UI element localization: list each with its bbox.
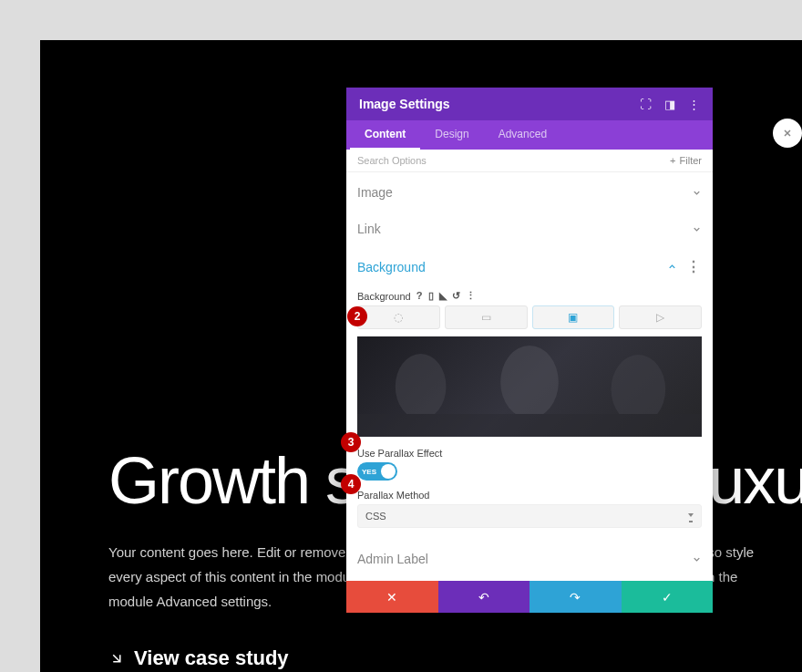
tab-design[interactable]: Design bbox=[420, 120, 483, 150]
plus-icon: + bbox=[670, 155, 675, 166]
section-title-admin: Admin Label bbox=[357, 552, 428, 566]
chevron-up-icon bbox=[667, 262, 677, 272]
background-field-label: Background ? ▯ ◣ ↺ ⋮ bbox=[357, 290, 702, 302]
close-button[interactable] bbox=[773, 119, 802, 148]
more-dots-icon[interactable]: ⋮ bbox=[466, 290, 476, 301]
parallax-toggle[interactable]: YES bbox=[357, 462, 397, 481]
preview-silhouettes bbox=[357, 336, 702, 437]
section-background[interactable]: Background ⋮ bbox=[357, 245, 702, 284]
view-case-study-link[interactable]: View case study bbox=[108, 646, 289, 672]
reset-icon[interactable]: ↺ bbox=[452, 290, 460, 301]
section-title-background: Background bbox=[357, 260, 426, 274]
tab-advanced[interactable]: Advanced bbox=[484, 120, 561, 150]
arrow-diagonal-icon bbox=[108, 650, 125, 667]
section-more-icon[interactable]: ⋮ bbox=[686, 258, 702, 275]
filter-label: Filter bbox=[680, 155, 702, 166]
svg-point-0 bbox=[396, 354, 447, 419]
header-actions: ⛶ ◨ ⋮ bbox=[640, 98, 700, 111]
parallax-method-select[interactable]: CSS bbox=[357, 504, 702, 528]
modal-title: Image Settings bbox=[359, 97, 450, 111]
search-row: Search Options + Filter bbox=[346, 150, 713, 172]
phone-icon[interactable]: ▯ bbox=[428, 290, 434, 301]
bg-type-image[interactable]: ▣ bbox=[532, 305, 615, 329]
chevron-down-icon bbox=[692, 224, 702, 234]
search-options-label[interactable]: Search Options bbox=[357, 155, 427, 166]
modal-body: Image Link Background ⋮ Background ? ▯ ◣… bbox=[346, 172, 713, 581]
background-type-tabs: ◌ ▭ ▣ ▷ bbox=[357, 305, 702, 329]
modal-tabs: Content Design Advanced bbox=[346, 120, 713, 150]
toggle-knob bbox=[381, 464, 396, 479]
save-button[interactable]: ✓ bbox=[622, 581, 714, 613]
section-title-link: Link bbox=[357, 222, 381, 236]
svg-point-2 bbox=[612, 355, 666, 424]
chevron-down-icon bbox=[692, 188, 702, 198]
svg-rect-3 bbox=[357, 414, 702, 437]
more-icon[interactable]: ⋮ bbox=[688, 98, 700, 111]
parallax-method-label: Parallax Method bbox=[357, 490, 702, 501]
callout-4: 4 bbox=[341, 474, 361, 494]
background-preview[interactable] bbox=[357, 336, 702, 437]
expand-icon[interactable]: ⛶ bbox=[640, 98, 652, 111]
section-admin-label[interactable]: Admin Label bbox=[357, 539, 702, 575]
modal-footer: ✕ ↶ ↷ ✓ bbox=[346, 581, 713, 613]
cta-label: View case study bbox=[134, 646, 289, 670]
section-image[interactable]: Image bbox=[357, 172, 702, 209]
cancel-button[interactable]: ✕ bbox=[346, 581, 438, 613]
callout-3: 3 bbox=[341, 432, 361, 452]
select-value: CSS bbox=[365, 511, 386, 522]
parallax-label: Use Parallax Effect bbox=[357, 448, 702, 459]
undo-button[interactable]: ↶ bbox=[438, 581, 530, 613]
help-icon[interactable]: ? bbox=[416, 290, 423, 301]
tab-content[interactable]: Content bbox=[350, 120, 420, 150]
background-label-text: Background bbox=[357, 291, 411, 302]
image-settings-modal: Image Settings ⛶ ◨ ⋮ Content Design Adva… bbox=[346, 88, 713, 613]
chevron-down-icon bbox=[692, 554, 702, 564]
callout-2: 2 bbox=[347, 306, 367, 326]
bg-type-gradient[interactable]: ▭ bbox=[445, 305, 528, 329]
section-link[interactable]: Link bbox=[357, 209, 702, 245]
hover-icon[interactable]: ◣ bbox=[439, 290, 447, 301]
parallax-toggle-row: YES bbox=[357, 462, 702, 481]
panel-icon[interactable]: ◨ bbox=[664, 98, 675, 111]
svg-point-1 bbox=[500, 346, 559, 419]
modal-header: Image Settings ⛶ ◨ ⋮ bbox=[346, 88, 713, 120]
redo-button[interactable]: ↷ bbox=[530, 581, 622, 613]
toggle-label: YES bbox=[357, 468, 376, 476]
section-title-image: Image bbox=[357, 185, 393, 200]
bg-type-video[interactable]: ▷ bbox=[619, 305, 702, 329]
close-icon bbox=[782, 128, 793, 139]
filter-button[interactable]: + Filter bbox=[670, 155, 702, 166]
bg-type-color[interactable]: ◌ bbox=[357, 305, 440, 329]
field-toolbar: ? ▯ ◣ ↺ ⋮ bbox=[416, 290, 478, 302]
